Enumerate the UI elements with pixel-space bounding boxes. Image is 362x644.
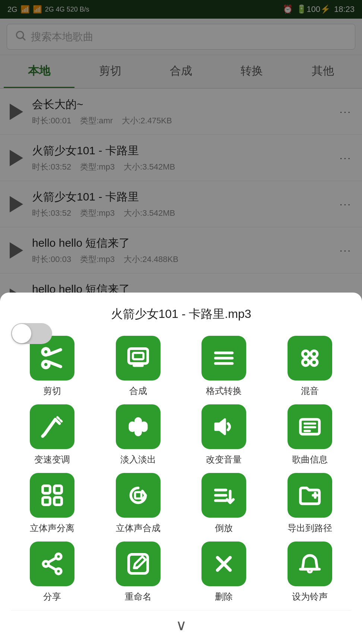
info-label: 歌曲信息 <box>292 454 328 465</box>
action-speed[interactable]: 变速变调 <box>11 404 93 465</box>
action-ringtone[interactable]: 设为铃声 <box>269 542 351 603</box>
export-label: 导出到路径 <box>288 522 332 534</box>
action-fade[interactable]: 淡入淡出 <box>97 404 180 465</box>
volume-label: 改变音量 <box>206 454 242 465</box>
action-format[interactable]: 格式转换 <box>183 336 265 397</box>
svg-marker-27 <box>216 419 225 434</box>
modal-overlay[interactable]: 火箭少女101 - 卡路里.mp3 剪切 <box>0 0 362 644</box>
share-label: 分享 <box>43 591 61 603</box>
action-cut[interactable]: 剪切 <box>11 336 93 397</box>
audiomix-icon <box>288 336 332 381</box>
volume-icon <box>201 404 246 449</box>
delete-label: 删除 <box>215 591 233 603</box>
svg-line-22 <box>43 434 45 436</box>
delete-icon <box>201 542 246 586</box>
rename-label: 重命名 <box>125 591 152 603</box>
stereosep-icon <box>30 473 74 518</box>
share-icon <box>30 542 74 586</box>
speed-icon <box>30 404 74 449</box>
cut-label: 剪切 <box>43 385 61 397</box>
modal-close-button[interactable]: ∨ <box>176 616 187 634</box>
action-reverse[interactable]: 倒放 <box>183 473 265 534</box>
action-volume[interactable]: 改变音量 <box>183 404 265 465</box>
toggle-wrap[interactable] <box>11 323 52 344</box>
action-stereo-mix[interactable]: 立体声合成 <box>97 473 180 534</box>
reverse-icon <box>201 473 246 518</box>
action-rename[interactable]: 重命名 <box>97 542 180 603</box>
stereomix-label: 立体声合成 <box>116 522 161 534</box>
svg-rect-36 <box>135 492 141 499</box>
fade-label: 淡入淡出 <box>120 454 156 465</box>
action-audiomix[interactable]: 混音 <box>269 336 351 397</box>
action-info[interactable]: 歌曲信息 <box>269 404 351 465</box>
svg-rect-25 <box>137 419 140 434</box>
mix-label: 合成 <box>129 385 147 397</box>
svg-line-47 <box>48 565 56 569</box>
rename-icon <box>116 542 161 586</box>
toggle-knob <box>12 324 31 343</box>
action-stereo-sep[interactable]: 立体声分离 <box>11 473 93 534</box>
svg-rect-26 <box>142 424 146 430</box>
stereomix-icon <box>116 473 161 518</box>
svg-rect-33 <box>54 486 62 493</box>
ringtone-label: 设为铃声 <box>292 591 328 603</box>
audiomix-label: 混音 <box>301 385 319 397</box>
speed-label: 变速变调 <box>34 454 70 465</box>
fade-icon <box>116 404 161 449</box>
format-icon <box>201 336 246 381</box>
export-icon <box>288 473 332 518</box>
svg-line-21 <box>55 419 60 423</box>
svg-line-20 <box>45 419 55 434</box>
info-icon <box>288 404 332 449</box>
svg-rect-34 <box>43 498 50 505</box>
svg-rect-24 <box>131 424 134 430</box>
svg-rect-7 <box>133 353 143 359</box>
ringtone-icon <box>288 542 332 586</box>
toggle-background <box>11 323 52 344</box>
action-delete[interactable]: 删除 <box>183 542 265 603</box>
action-modal: 火箭少女101 - 卡路里.mp3 剪切 <box>0 293 362 644</box>
svg-rect-48 <box>128 555 147 574</box>
reverse-label: 倒放 <box>215 522 233 534</box>
action-export[interactable]: 导出到路径 <box>269 473 351 534</box>
svg-rect-6 <box>128 349 147 364</box>
format-label: 格式转换 <box>206 385 242 397</box>
action-share[interactable]: 分享 <box>11 542 93 603</box>
stereosep-label: 立体声分离 <box>30 522 74 534</box>
action-mix[interactable]: 合成 <box>97 336 180 397</box>
action-grid: 剪切 合成 <box>11 336 351 603</box>
modal-title: 火箭少女101 - 卡路里.mp3 <box>11 306 351 322</box>
svg-rect-32 <box>43 486 50 493</box>
svg-line-46 <box>48 558 56 562</box>
svg-rect-35 <box>54 498 62 505</box>
modal-close-row: ∨ <box>11 610 351 637</box>
mix-icon <box>116 336 161 381</box>
